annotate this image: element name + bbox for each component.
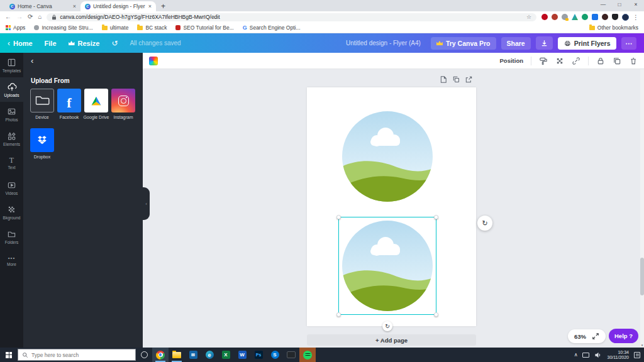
document-title[interactable]: Untitled design - Flyer (A4) [346, 40, 421, 47]
browser-menu-icon[interactable]: ⋮ [633, 14, 639, 21]
position-button[interactable]: Position [500, 57, 523, 64]
scrollbar-thumb[interactable] [640, 258, 644, 295]
bookmark-item[interactable]: SEO Tutorial for Be... [175, 25, 233, 31]
search-input[interactable] [31, 352, 119, 358]
panel-back-icon[interactable]: ‹ [31, 56, 33, 65]
sidebar-item-videos[interactable]: Videos [0, 175, 23, 200]
cortana-button[interactable] [136, 351, 152, 358]
bookmark-folder[interactable]: ultimate [102, 25, 129, 31]
extensions-pin-icon[interactable] [612, 14, 618, 20]
taskbar-spotify[interactable] [299, 348, 316, 362]
taskbar-clock[interactable]: 10:34 30/11/2020 [607, 350, 629, 360]
sidebar-item-text[interactable]: T Text [0, 151, 23, 175]
sidebar-item-templates[interactable]: Templates [0, 53, 23, 77]
floating-rotate-button[interactable]: ↻ [477, 216, 492, 231]
maximize-button[interactable]: □ [611, 0, 628, 9]
bookmark-item[interactable]: GSearch Engine Opti... [243, 25, 301, 31]
link-button[interactable] [572, 57, 580, 65]
other-bookmarks[interactable]: Other bookmarks [589, 25, 638, 31]
extension-icon[interactable] [592, 14, 598, 20]
bookmark-item[interactable]: Increasing Site Stru... [34, 25, 92, 31]
zoom-control[interactable]: 63% [568, 329, 606, 343]
rotate-handle[interactable]: ↻ [382, 321, 392, 331]
share-button[interactable]: Share [501, 37, 531, 50]
extension-icon[interactable] [602, 14, 608, 20]
cloud-extension-icon[interactable] [562, 14, 568, 20]
transparency-button[interactable] [555, 57, 564, 65]
zoom-level[interactable]: 63% [574, 333, 586, 340]
file-menu-button[interactable]: File [45, 40, 57, 47]
resize-button[interactable]: Resize [69, 40, 100, 47]
home-icon[interactable]: ⌂ [38, 14, 42, 20]
action-center-icon[interactable] [634, 352, 640, 358]
start-button[interactable] [0, 348, 18, 362]
bookmark-folder[interactable]: BC stack [137, 25, 167, 31]
upload-source-google-drive[interactable]: Google Drive [84, 89, 108, 125]
add-page-button[interactable]: + Add page [307, 334, 476, 346]
bookmark-apps[interactable]: Apps [6, 25, 25, 31]
dropbox-tile[interactable] [30, 128, 54, 152]
tab-home-canva[interactable]: C Home - Canva × [5, 1, 80, 11]
resize-handle[interactable] [336, 215, 341, 219]
back-icon[interactable]: ← [5, 14, 11, 20]
color-swatch-button[interactable] [149, 57, 158, 65]
tab-close-icon[interactable]: × [73, 4, 76, 9]
taskbar-app[interactable] [283, 348, 299, 362]
upload-source-instagram[interactable]: Instagram [111, 89, 135, 125]
more-options-button[interactable]: ⋯ [621, 37, 637, 50]
scrollbar-down-arrow[interactable]: ▾ [640, 343, 644, 348]
taskbar-excel[interactable]: X [218, 348, 234, 362]
undo-button[interactable]: ↺ [111, 39, 118, 48]
volume-icon[interactable] [594, 351, 602, 359]
sidebar-item-uploads[interactable]: Uploads [0, 77, 23, 102]
canvas-page[interactable]: ↻ [307, 87, 476, 326]
facebook-tile[interactable]: f [57, 89, 81, 112]
taskbar-file-explorer[interactable] [169, 348, 185, 362]
extension-icon[interactable] [552, 14, 558, 20]
upload-source-device[interactable]: Device [30, 89, 54, 125]
canvas-scrollbar[interactable]: ▾ [640, 69, 644, 348]
lock-button[interactable] [596, 57, 605, 65]
profile-avatar[interactable] [622, 14, 629, 21]
duplicate-button[interactable] [613, 57, 621, 65]
sidebar-item-more[interactable]: ••• More [0, 249, 23, 273]
taskbar-search[interactable] [18, 349, 136, 361]
taskbar-skype[interactable]: S [267, 348, 283, 362]
drive-extension-icon[interactable] [572, 14, 578, 20]
hidden-icons-chevron[interactable]: ∧ [574, 352, 578, 358]
landscape-graphic[interactable] [339, 108, 436, 205]
help-button[interactable]: Help ? [609, 329, 638, 343]
sidebar-item-folders[interactable]: Folders [0, 224, 23, 249]
forward-icon[interactable]: → [16, 14, 23, 20]
resize-handle[interactable] [336, 312, 341, 317]
pinterest-extension-icon[interactable] [541, 14, 548, 20]
taskbar-chrome[interactable] [152, 348, 169, 362]
print-flyers-button[interactable]: Print Flyers [558, 37, 616, 50]
instagram-tile[interactable] [111, 89, 135, 112]
duplicate-page-button[interactable] [452, 75, 460, 84]
google-drive-tile[interactable] [84, 89, 108, 112]
export-page-button[interactable] [465, 75, 473, 84]
copy-style-button[interactable] [539, 57, 548, 65]
sidebar-item-elements[interactable]: Elements [0, 126, 23, 151]
taskbar-edge[interactable]: e [201, 348, 218, 362]
resize-handle[interactable] [434, 312, 438, 317]
reload-icon[interactable]: ⟳ [28, 14, 33, 20]
url-bar[interactable]: canva.com/design/DAEO-h7gYSg/FHz6XA7IfeH… [47, 13, 536, 21]
home-button[interactable]: ‹Home [8, 39, 33, 48]
new-tab-button[interactable]: + [161, 1, 165, 11]
try-canva-pro-button[interactable]: Try Canva Pro [431, 37, 496, 50]
sidebar-item-background[interactable]: Bkground [0, 200, 23, 224]
bookmark-star-icon[interactable]: ☆ [526, 14, 531, 20]
sidebar-item-photos[interactable]: Photos [0, 102, 23, 126]
download-button[interactable] [536, 36, 553, 50]
delete-button[interactable] [629, 57, 638, 65]
upload-source-dropbox[interactable]: Dropbox [30, 128, 54, 165]
close-button[interactable]: × [628, 0, 644, 9]
device-tile[interactable] [30, 89, 54, 112]
taskbar-photoshop[interactable]: Ps [250, 348, 267, 362]
taskbar-word[interactable]: W [234, 348, 250, 362]
fullscreen-icon[interactable] [592, 332, 599, 340]
display-tray-icon[interactable] [582, 353, 589, 358]
resize-handle[interactable] [434, 215, 438, 219]
